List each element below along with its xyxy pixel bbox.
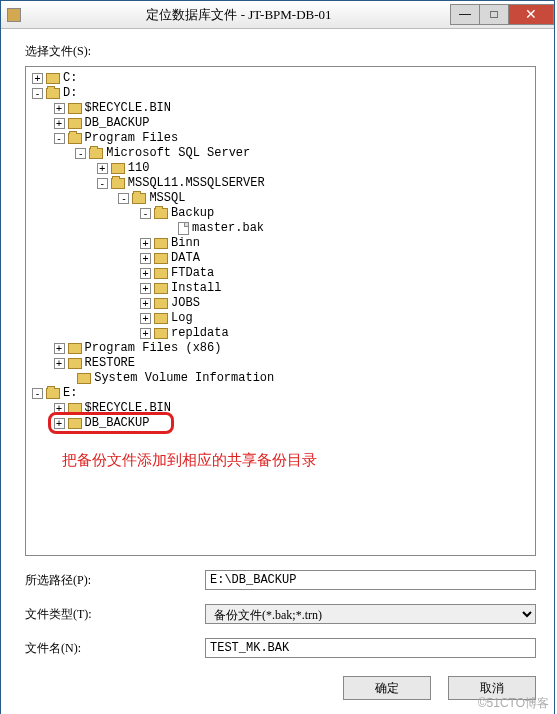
folder-open-icon: [132, 193, 146, 204]
tree-node-c[interactable]: +C:: [32, 71, 529, 86]
folder-icon: [111, 163, 125, 174]
expand-icon[interactable]: +: [32, 73, 43, 84]
folder-icon: [68, 418, 82, 429]
tree-node[interactable]: System Volume Information: [32, 371, 529, 386]
tree-node[interactable]: +Log: [32, 311, 529, 326]
dialog-window: 定位数据库文件 - JT-BPM-DB-01 — □ ✕ 选择文件(S): +C…: [0, 0, 555, 714]
node-label: RESTORE: [85, 356, 135, 371]
tree-node[interactable]: +Binn: [32, 236, 529, 251]
maximize-button[interactable]: □: [479, 4, 509, 25]
folder-icon: [154, 313, 168, 324]
window-title: 定位数据库文件 - JT-BPM-DB-01: [27, 6, 451, 24]
ok-button[interactable]: 确定: [343, 676, 431, 700]
tree-node-e-dbbackup[interactable]: +DB_BACKUP: [32, 416, 529, 431]
expand-icon[interactable]: +: [54, 103, 65, 114]
folder-icon: [154, 298, 168, 309]
tree-node[interactable]: +$RECYCLE.BIN: [32, 101, 529, 116]
collapse-icon[interactable]: -: [54, 133, 65, 144]
node-label: Binn: [171, 236, 200, 251]
tree-node[interactable]: +repldata: [32, 326, 529, 341]
tree-node[interactable]: -Backup: [32, 206, 529, 221]
node-label: Install: [171, 281, 221, 296]
tree-node[interactable]: -Program Files: [32, 131, 529, 146]
window-controls: — □ ✕: [451, 4, 554, 26]
expand-icon[interactable]: +: [97, 163, 108, 174]
file-type-select[interactable]: 备份文件(*.bak;*.trn): [205, 604, 536, 624]
folder-tree-panel[interactable]: +C: -D: +$RECYCLE.BIN +DB_BACKUP -Progra…: [25, 66, 536, 556]
expand-icon[interactable]: +: [54, 418, 65, 429]
node-label: System Volume Information: [94, 371, 274, 386]
tree-node[interactable]: +FTData: [32, 266, 529, 281]
collapse-icon[interactable]: -: [140, 208, 151, 219]
node-label: D:: [63, 86, 77, 101]
expand-icon[interactable]: +: [54, 403, 65, 414]
tree-node[interactable]: +RESTORE: [32, 356, 529, 371]
expand-icon[interactable]: +: [54, 118, 65, 129]
titlebar: 定位数据库文件 - JT-BPM-DB-01 — □ ✕: [1, 1, 554, 29]
node-label: E:: [63, 386, 77, 401]
folder-open-icon: [68, 133, 82, 144]
folder-icon: [154, 283, 168, 294]
expand-icon[interactable]: +: [54, 343, 65, 354]
node-label: MSSQL11.MSSQLSERVER: [128, 176, 265, 191]
node-label: master.bak: [192, 221, 264, 236]
folder-icon: [46, 73, 60, 84]
tree-node[interactable]: -MSSQL11.MSSQLSERVER: [32, 176, 529, 191]
expand-icon[interactable]: +: [140, 328, 151, 339]
node-label: $RECYCLE.BIN: [85, 101, 171, 116]
node-label: C:: [63, 71, 77, 86]
folder-icon: [154, 238, 168, 249]
tree-node[interactable]: -Microsoft SQL Server: [32, 146, 529, 161]
tree-node-d[interactable]: -D:: [32, 86, 529, 101]
collapse-icon[interactable]: -: [97, 178, 108, 189]
tree-node[interactable]: +JOBS: [32, 296, 529, 311]
tree-node[interactable]: +$RECYCLE.BIN: [32, 401, 529, 416]
folder-tree: +C: -D: +$RECYCLE.BIN +DB_BACKUP -Progra…: [32, 71, 529, 431]
node-label: repldata: [171, 326, 229, 341]
folder-icon: [154, 253, 168, 264]
tree-node-e[interactable]: -E:: [32, 386, 529, 401]
collapse-icon[interactable]: -: [118, 193, 129, 204]
folder-open-icon: [89, 148, 103, 159]
file-icon: [178, 222, 189, 235]
close-button[interactable]: ✕: [508, 4, 554, 25]
node-label: 110: [128, 161, 150, 176]
tree-node[interactable]: +DATA: [32, 251, 529, 266]
expand-icon[interactable]: +: [140, 238, 151, 249]
selected-path-input[interactable]: [205, 570, 536, 590]
collapse-icon[interactable]: -: [75, 148, 86, 159]
tree-node[interactable]: +DB_BACKUP: [32, 116, 529, 131]
expand-icon[interactable]: +: [140, 298, 151, 309]
folder-icon: [154, 328, 168, 339]
tree-node[interactable]: -MSSQL: [32, 191, 529, 206]
select-file-label: 选择文件(S):: [25, 43, 536, 60]
node-label: DB_BACKUP: [85, 416, 150, 431]
tree-node-file[interactable]: master.bak: [32, 221, 529, 236]
node-label: Log: [171, 311, 193, 326]
tree-node[interactable]: +Program Files (x86): [32, 341, 529, 356]
expand-icon[interactable]: +: [140, 268, 151, 279]
file-name-input[interactable]: [205, 638, 536, 658]
file-type-label: 文件类型(T):: [25, 606, 205, 623]
node-label: FTData: [171, 266, 214, 281]
folder-icon: [154, 268, 168, 279]
collapse-icon[interactable]: -: [32, 88, 43, 99]
expand-icon[interactable]: +: [140, 313, 151, 324]
expand-icon[interactable]: +: [140, 253, 151, 264]
collapse-icon[interactable]: -: [32, 388, 43, 399]
folder-open-icon: [111, 178, 125, 189]
file-name-label: 文件名(N):: [25, 640, 205, 657]
node-label: DATA: [171, 251, 200, 266]
minimize-button[interactable]: —: [450, 4, 480, 25]
folder-icon: [68, 103, 82, 114]
folder-icon: [77, 373, 91, 384]
tree-node[interactable]: +110: [32, 161, 529, 176]
expand-icon[interactable]: +: [54, 358, 65, 369]
node-label: Backup: [171, 206, 214, 221]
expand-icon[interactable]: +: [140, 283, 151, 294]
node-label: MSSQL: [149, 191, 185, 206]
node-label: $RECYCLE.BIN: [85, 401, 171, 416]
annotation-text: 把备份文件添加到相应的共享备份目录: [62, 451, 529, 470]
selected-path-label: 所选路径(P):: [25, 572, 205, 589]
tree-node[interactable]: +Install: [32, 281, 529, 296]
